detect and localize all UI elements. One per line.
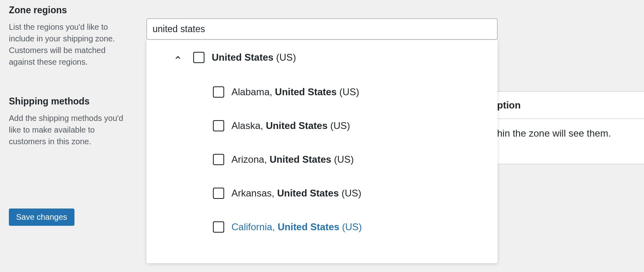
- region-dropdown: United States (US) Alabama, United State…: [147, 40, 497, 263]
- region-parent-item[interactable]: United States (US): [147, 40, 497, 75]
- zone-regions-desc: List the regions you'd like to include i…: [9, 21, 134, 68]
- region-child-label: Arkansas, United States (US): [231, 188, 361, 199]
- region-child-item[interactable]: Alabama, United States (US): [147, 75, 497, 109]
- region-child-item[interactable]: Arizona, United States (US): [147, 143, 497, 176]
- region-child-item[interactable]: Arkansas, United States (US): [147, 176, 497, 210]
- region-child-label: Alaska, United States (US): [231, 120, 350, 131]
- spacer: [193, 222, 202, 232]
- region-child-checkbox[interactable]: [213, 120, 224, 131]
- region-child-checkbox[interactable]: [213, 154, 224, 165]
- spacer: [193, 87, 202, 97]
- region-child-checkbox[interactable]: [213, 188, 224, 199]
- region-child-item[interactable]: Alaska, United States (US): [147, 109, 497, 143]
- region-child-label: California, United States (US): [231, 221, 362, 233]
- shipping-methods-desc: Add the shipping methods you'd like to m…: [9, 112, 134, 147]
- shipping-methods-title: Shipping methods: [9, 96, 134, 107]
- region-child-checkbox[interactable]: [213, 221, 224, 233]
- save-button[interactable]: Save changes: [9, 209, 74, 226]
- table-header-fragment: ption: [497, 92, 644, 119]
- spacer: [193, 188, 202, 198]
- table-body-fragment: hin the zone will see them.: [497, 119, 644, 139]
- region-child-item[interactable]: California, United States (US): [147, 210, 497, 244]
- region-child-checkbox[interactable]: [213, 86, 224, 98]
- region-child-label: Arizona, United States (US): [231, 154, 354, 165]
- region-search-input[interactable]: [147, 18, 497, 40]
- zone-regions-section: Zone regions List the regions you'd like…: [9, 5, 134, 68]
- shipping-methods-section: Shipping methods Add the shipping method…: [9, 96, 134, 147]
- spacer: [193, 121, 202, 131]
- table-fragment: ption hin the zone will see them.: [497, 91, 644, 164]
- spacer: [193, 155, 202, 164]
- chevron-up-icon[interactable]: [173, 53, 183, 62]
- zone-regions-title: Zone regions: [9, 5, 134, 16]
- region-parent-checkbox[interactable]: [193, 52, 204, 63]
- region-parent-label: United States (US): [212, 52, 296, 63]
- region-child-label: Alabama, United States (US): [231, 86, 359, 98]
